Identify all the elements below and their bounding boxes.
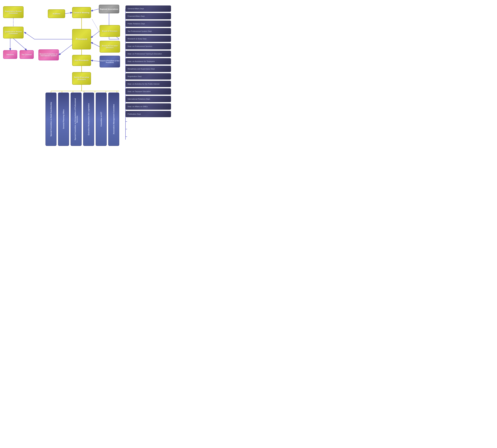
vice-presidents-box: Vice Presidents xyxy=(72,55,91,66)
svg-line-8 xyxy=(91,31,100,38)
svg-line-11 xyxy=(92,19,99,31)
dept-box-0: General Affairs Dept. xyxy=(126,5,171,12)
dept-box-9: Registration Dept. xyxy=(126,73,171,80)
dept-box-2: Public Relations Dept. xyxy=(126,20,171,27)
dept-box-3: Tax Professional System Dept. xyxy=(126,28,171,34)
board-exec-directors-box: Board of Executive Directors xyxy=(100,41,120,52)
vertical-box-0: Special Committee on Adult Guardianship xyxy=(46,93,56,146)
vertical-box-3: Executive Headquarters for Legislation xyxy=(83,93,94,146)
board-pres-vp-label: Board of President & Vice Presidents xyxy=(100,60,120,63)
research-committee-box: Research Committee on International Taxa… xyxy=(38,49,59,60)
dept-box-6: Dept. on Professional Training & Educati… xyxy=(126,51,171,57)
dept-box-13: Dept. on Affairs on SMEs xyxy=(126,103,171,110)
president-label: President xyxy=(76,38,87,41)
vertical-box-1: General Planning Office xyxy=(58,93,69,146)
dept-box-7: Dept. on Assistance for Taxpayers xyxy=(126,58,171,64)
board-directors-box: Board of Directors xyxy=(100,25,120,37)
vertical-box-2: Special Committee on Deregulation of Pro… xyxy=(71,93,81,146)
dept-box-4: Research & Study Dept. xyxy=(126,36,171,42)
research-committee-label: Research Committee on International Taxa… xyxy=(39,53,59,57)
auditors-label: Auditors xyxy=(52,13,60,15)
svg-line-3 xyxy=(59,45,72,55)
regional-assoc-label: Regional Associations xyxy=(100,8,118,10)
general-meeting-box: General Meeting xyxy=(72,7,91,18)
senior-exec-box: Senior Executive Directors xyxy=(72,72,91,85)
dept-box-14: Publication Dept. xyxy=(126,111,171,117)
reg-review-label: Registration Review Committee xyxy=(3,10,23,14)
svg-line-9 xyxy=(91,42,100,47)
advisors-box: Advisors xyxy=(3,50,17,59)
dept-box-5: Dept. on Professional Services xyxy=(126,43,171,49)
dept-box-11: Dept. on Taxpayer Education xyxy=(126,88,171,95)
dept-box-12: International Relations Dept. xyxy=(126,96,171,102)
board-directors-label: Board of Directors xyxy=(102,30,117,32)
president-box: President xyxy=(72,29,91,49)
senior-exec-label: Senior Executive Directors xyxy=(72,76,91,81)
board-pres-vp-box: Board of President & Vice Presidents xyxy=(100,56,120,67)
tax-counsel-box: Tax Counsel xyxy=(20,50,34,59)
vertical-box-4: Committee on ICT xyxy=(96,93,107,146)
reg-review-box: Registration Review Committee xyxy=(3,6,24,18)
vice-presidents-label: Vice Presidents xyxy=(75,59,88,62)
auditors-box: Auditors xyxy=(48,9,65,18)
svg-line-4 xyxy=(65,13,72,14)
svg-line-6 xyxy=(91,9,99,11)
svg-line-2 xyxy=(13,38,27,50)
general-meeting-label: General Meeting xyxy=(74,12,89,14)
qual-review-label: Qualification Review Committee xyxy=(3,31,23,34)
dept-box-1: Financial Affairs Dept. xyxy=(126,13,171,19)
vertical-box-5: Association Management Committee xyxy=(108,93,119,146)
department-column: General Affairs Dept.Financial Affairs D… xyxy=(126,5,171,117)
regional-assoc-box: Regional Associations xyxy=(99,5,119,13)
advisors-label: Advisors xyxy=(6,54,14,56)
tax-counsel-label: Tax Counsel xyxy=(22,54,32,56)
svg-line-10 xyxy=(91,60,100,62)
bottom-vertical-section: Special Committee on Adult GuardianshipG… xyxy=(46,93,119,151)
board-exec-directors-label: Board of Executive Directors xyxy=(100,45,120,49)
dept-box-10: Dept. on Activities for the Public Inter… xyxy=(126,81,171,87)
dept-box-8: Disciplinary and Supervisory Dept. xyxy=(126,66,171,72)
qual-review-box: Qualification Review Committee xyxy=(3,27,24,38)
